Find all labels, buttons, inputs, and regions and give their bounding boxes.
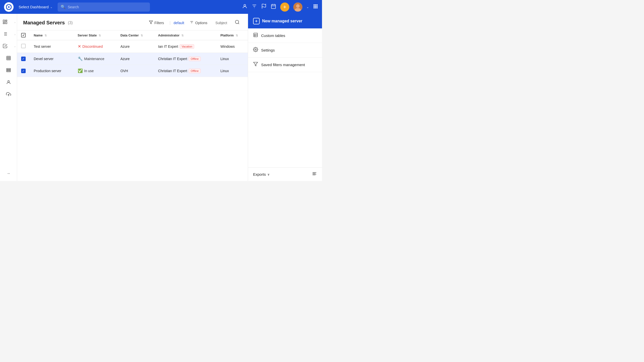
platform-column-label: Platform	[220, 33, 234, 37]
sidebar-item-metrics[interactable]	[3, 53, 14, 64]
name-column-label: Name	[34, 33, 43, 37]
settings-icon	[253, 47, 258, 53]
row-name[interactable]: Devel server	[30, 53, 74, 65]
new-server-label: New managed server	[262, 19, 302, 23]
avatar[interactable]	[293, 3, 302, 12]
server-state-column-header[interactable]: Server State ⇅	[74, 30, 116, 40]
metrics-icon	[6, 56, 11, 62]
row-name[interactable]: Production server	[30, 65, 74, 77]
sidebar-collapse-button[interactable]: →	[3, 169, 14, 178]
add-button[interactable]: +	[280, 3, 289, 12]
saved-filters-item[interactable]: Saved filters management	[248, 58, 322, 72]
flag-icon[interactable]	[261, 4, 267, 10]
right-footer: Exports ∨	[248, 167, 322, 181]
sidebar-item-list[interactable]: ›	[0, 29, 17, 40]
user-icon[interactable]	[242, 4, 248, 10]
sidebar-item-tasks[interactable]: ›	[0, 41, 17, 52]
expand-icon3: ›	[15, 45, 15, 48]
search-bar[interactable]: 🔍	[58, 3, 150, 12]
svg-rect-23	[3, 20, 5, 22]
saved-filters-label: Saved filters management	[261, 63, 305, 67]
svg-rect-26	[3, 23, 5, 24]
row-name[interactable]: Test server	[30, 40, 74, 53]
upload-icon	[6, 92, 11, 98]
server-state-column-label: Server State	[78, 33, 97, 37]
table-search-button[interactable]	[233, 18, 242, 27]
managed-servers-table: ✓ Name ⇅ Server State ⇅ Data Center ⇅	[17, 30, 248, 77]
administrator-column-header[interactable]: Administrator ⇅	[154, 30, 216, 40]
page-header: Managed Servers (3) Filters | default Op…	[17, 14, 248, 30]
logo[interactable]	[4, 2, 14, 12]
svg-marker-43	[149, 21, 152, 24]
row-checkbox[interactable]	[21, 44, 26, 48]
custom-tables-item[interactable]: Custom tables	[248, 28, 322, 43]
svg-rect-17	[314, 6, 315, 7]
platform-column-header[interactable]: Platform ⇅	[216, 30, 248, 40]
administrator-sort-icon: ⇅	[181, 34, 184, 37]
person-icon	[6, 80, 11, 86]
row-platform: Windows	[216, 40, 248, 53]
select-all-header[interactable]: ✓	[17, 30, 30, 40]
options-label: Options	[195, 21, 207, 25]
sidebar-item-dashboard[interactable]: ›	[0, 17, 17, 28]
sidebar-item-person[interactable]	[3, 77, 14, 88]
row-checkbox[interactable]: ✓	[21, 69, 26, 73]
list-icon	[3, 31, 8, 38]
svg-rect-7	[271, 5, 276, 9]
select-all-checkbox[interactable]: ✓	[21, 33, 26, 37]
svg-rect-40	[7, 71, 10, 72]
svg-line-48	[238, 23, 239, 24]
svg-point-1	[8, 6, 10, 8]
filter-funnel-icon	[149, 20, 153, 25]
svg-point-41	[8, 80, 9, 82]
row-platform: Linux	[216, 65, 248, 77]
svg-point-12	[296, 4, 300, 8]
data-center-column-header[interactable]: Data Center ⇅	[116, 30, 154, 40]
sidebar-item-layers[interactable]	[3, 65, 14, 76]
filter-divider: |	[170, 21, 171, 25]
table-container: ✓ Name ⇅ Server State ⇅ Data Center ⇅	[17, 30, 248, 181]
collapse-right-button[interactable]	[312, 171, 317, 177]
dashboard-label: Select Dashboard	[19, 5, 49, 9]
new-managed-server-button[interactable]: New managed server	[248, 14, 322, 28]
svg-point-2	[244, 5, 246, 6]
options-icon	[190, 20, 194, 25]
dashboard-selector[interactable]: Select Dashboard ⌄	[17, 3, 55, 11]
avatar-dropdown-icon[interactable]: ⌄	[306, 5, 309, 9]
settings-label: Settings	[261, 48, 275, 52]
svg-rect-20	[314, 7, 315, 8]
settings-item[interactable]: Settings	[248, 43, 322, 58]
filter-button[interactable]: Filters	[146, 19, 167, 26]
search-input[interactable]	[68, 5, 147, 9]
svg-rect-21	[315, 7, 316, 8]
row-platform: Linux	[216, 53, 248, 65]
table-row: ✓Devel server🔧MaintenanceAzureChristian …	[17, 53, 248, 65]
row-checkbox[interactable]: ✓	[21, 57, 26, 61]
filter-default[interactable]: default	[174, 21, 184, 25]
table-row: ✓Production server✅In useOVHChristian IT…	[17, 65, 248, 77]
name-sort-icon: ⇅	[45, 34, 47, 37]
svg-rect-19	[316, 6, 317, 7]
svg-marker-56	[254, 62, 258, 66]
content-area: Managed Servers (3) Filters | default Op…	[17, 14, 248, 181]
row-administrator: Christian IT ExpertOffline	[154, 53, 216, 65]
exports-chevron-icon: ∨	[267, 173, 270, 176]
svg-point-47	[235, 20, 239, 24]
right-panel: New managed server Custom tables Setting…	[248, 14, 322, 181]
grid-icon[interactable]	[313, 4, 318, 10]
sidebar-item-upload[interactable]	[3, 89, 14, 100]
expand-icon2: ›	[15, 33, 15, 36]
exports-button[interactable]: Exports ∨	[253, 172, 270, 176]
custom-tables-icon	[253, 32, 258, 39]
calendar-icon[interactable]	[271, 4, 276, 10]
options-button[interactable]: Options	[187, 19, 210, 26]
name-column-header[interactable]: Name ⇅	[30, 30, 74, 40]
svg-rect-18	[315, 6, 316, 7]
server-state-sort-icon: ⇅	[99, 34, 101, 37]
subject-button[interactable]: Subject	[213, 20, 230, 26]
table-row: Test server✕DiscontinuedAzureIan IT Expe…	[17, 40, 248, 53]
row-data-center: OVH	[116, 65, 154, 77]
filter-icon[interactable]	[252, 4, 257, 10]
svg-rect-14	[314, 5, 315, 6]
exports-label: Exports	[253, 172, 266, 176]
